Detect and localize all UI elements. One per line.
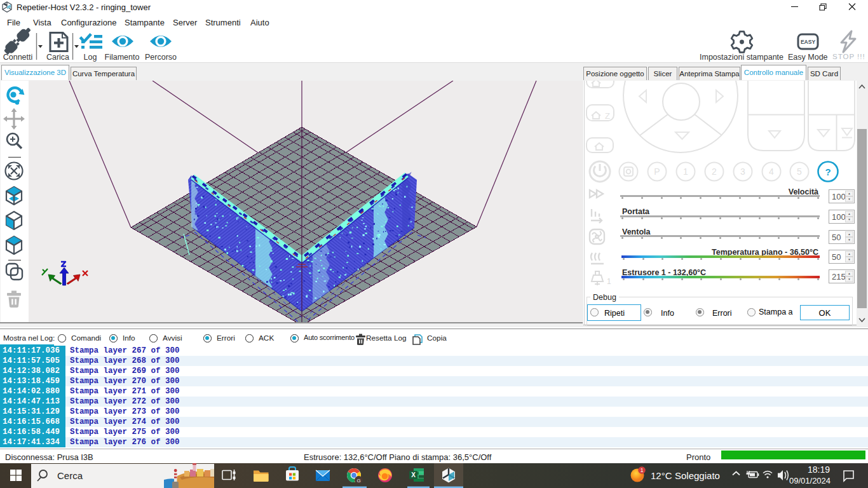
svg-text:G: G (356, 478, 360, 484)
svg-text:EASY: EASY (801, 39, 815, 45)
svg-text:1: 1 (641, 467, 644, 473)
svg-text:1: 1 (683, 166, 688, 177)
svg-text:X: X (411, 471, 416, 478)
svg-text:P: P (654, 166, 660, 177)
svg-text:1: 1 (607, 277, 611, 286)
svg-text:Z: Z (605, 111, 610, 121)
svg-text:4: 4 (769, 166, 774, 177)
svg-text:2: 2 (712, 166, 717, 177)
svg-text:3: 3 (740, 166, 745, 177)
svg-text:?: ? (825, 166, 831, 177)
svg-text:5: 5 (797, 166, 802, 177)
